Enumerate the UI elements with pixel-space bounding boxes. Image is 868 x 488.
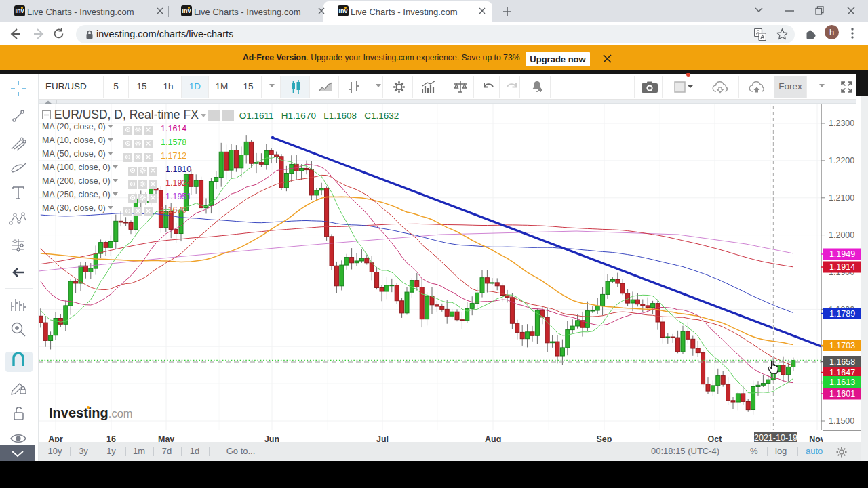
svg-text:1.2200: 1.2200 <box>829 156 854 165</box>
svg-text:1.2300: 1.2300 <box>829 119 854 128</box>
svg-text:1.1914: 1.1914 <box>829 262 855 272</box>
svg-text:1.1601: 1.1601 <box>829 389 855 399</box>
svg-text:1.2000: 1.2000 <box>829 230 854 240</box>
svg-text:1.1703: 1.1703 <box>829 341 855 350</box>
svg-text:1.1500: 1.1500 <box>829 416 854 426</box>
svg-text:1.1949: 1.1949 <box>829 249 855 259</box>
svg-text:1.1658: 1.1658 <box>829 357 855 367</box>
svg-text:1.1789: 1.1789 <box>829 309 855 319</box>
svg-text:1.1613: 1.1613 <box>829 378 855 387</box>
svg-text:1.2100: 1.2100 <box>829 193 854 203</box>
svg-text:1.1647: 1.1647 <box>829 368 855 378</box>
